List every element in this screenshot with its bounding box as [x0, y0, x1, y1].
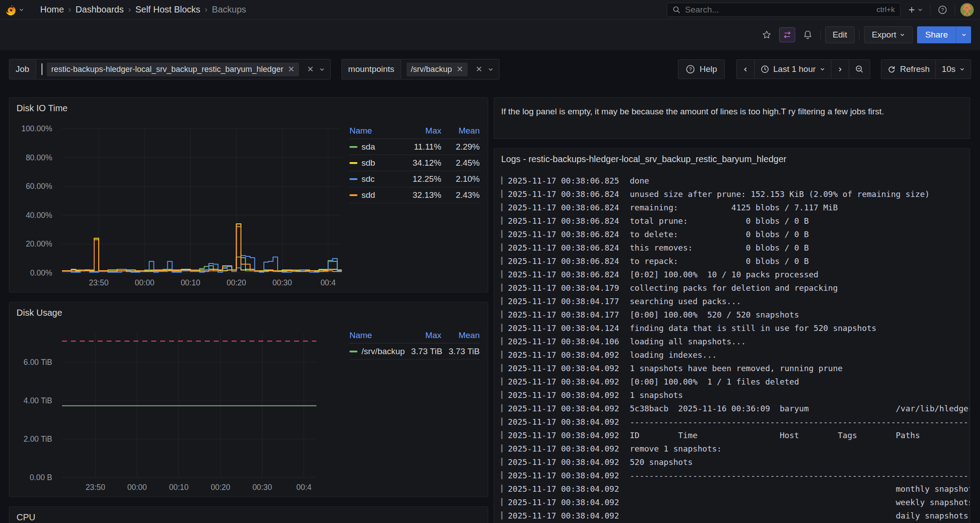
legend-header-row: NameMaxMean [349, 327, 480, 343]
search-input[interactable] [685, 5, 872, 15]
new-menu-button[interactable] [906, 4, 925, 16]
disk-io-legend: NameMaxMeansda11.11%2.29%sdb34.12%2.45%s… [349, 123, 480, 203]
log-row[interactable]: 2025-11-17 00:38:04.092[0:00] 100.00% 1 … [501, 375, 970, 388]
log-row[interactable]: 2025-11-17 00:38:06.824remaining: 4125 b… [501, 201, 970, 214]
log-message: total prune: 0 blobs / 0 B [630, 216, 809, 226]
legend-row[interactable]: sdb34.12%2.45% [349, 155, 480, 171]
legend-row[interactable]: sda11.11%2.29% [349, 139, 480, 155]
log-row[interactable]: 2025-11-17 00:38:04.124finding data that… [501, 321, 970, 335]
x-axis-label: 00:30 [253, 483, 272, 492]
log-row[interactable]: 2025-11-17 00:38:06.824unused size after… [501, 187, 970, 201]
log-row[interactable]: 2025-11-17 00:38:04.177[0:00] 100.00% 52… [501, 308, 970, 321]
log-row[interactable]: 2025-11-17 00:38:06.824to repack: 0 blob… [501, 254, 970, 268]
log-level-bar [501, 511, 502, 519]
log-row[interactable]: 2025-11-17 00:38:04.092520 snapshots [501, 455, 970, 469]
log-row[interactable]: 2025-11-17 00:38:04.092-----------------… [501, 415, 970, 428]
log-row[interactable]: 2025-11-17 00:38:06.824to delete: 0 blob… [501, 227, 970, 241]
share-menu-button[interactable] [956, 26, 971, 43]
legend-series-name[interactable]: /srv/backup [349, 347, 405, 356]
star-button[interactable] [759, 27, 775, 42]
svg-text:?: ? [941, 7, 944, 13]
help-menu-button[interactable]: ? [936, 3, 949, 17]
dashboard-toolbar: Edit Export Share [0, 20, 980, 50]
legend-series-name[interactable]: sdc [349, 174, 403, 184]
log-level-bar [501, 458, 502, 466]
alerts-button[interactable] [800, 27, 816, 42]
y-axis-label: 0.00% [30, 268, 52, 277]
log-row[interactable]: 2025-11-17 00:38:04.179collecting packs … [501, 281, 970, 294]
y-axis-label: 100.00% [21, 124, 52, 133]
log-timestamp: 2025-11-17 00:38:04.092 [508, 390, 619, 400]
grafana-logo-menu[interactable] [5, 4, 24, 16]
log-level-bar [501, 284, 502, 292]
breadcrumb-item-dashboards[interactable]: Dashboards [75, 4, 124, 15]
share-button[interactable]: Share [917, 26, 956, 43]
breadcrumb-separator-icon: › [128, 5, 131, 14]
log-message: monthly snapshots [630, 484, 970, 494]
legend-series-name[interactable]: sda [349, 142, 403, 152]
log-timestamp: 2025-11-17 00:38:04.092 [508, 404, 619, 413]
legend-header-name[interactable]: Name [349, 331, 403, 340]
legend-series-name[interactable]: sdd [349, 190, 403, 200]
log-row[interactable]: 2025-11-17 00:38:06.824this removes: 0 b… [501, 241, 970, 254]
x-axis-label: 00:30 [272, 278, 292, 287]
log-message: done [630, 176, 649, 185]
panel-title[interactable]: CPU [17, 512, 35, 523]
log-level-bar [501, 391, 502, 399]
nav-divider [930, 4, 930, 15]
nav-right: ctrl+k ? [667, 3, 974, 17]
search-box[interactable]: ctrl+k [667, 3, 901, 17]
legend-max-value: 32.13% [403, 190, 441, 200]
legend-header-mean[interactable]: Mean [441, 126, 480, 136]
log-message: finding data that is still in use for 52… [630, 323, 876, 333]
log-timestamp: 2025-11-17 00:38:04.092 [508, 457, 619, 467]
breadcrumb-item-self-host-blocks[interactable]: Self Host Blocks [135, 4, 200, 15]
log-row[interactable]: 2025-11-17 00:38:04.177searching used pa… [501, 294, 970, 308]
toolbar-divider [859, 29, 860, 40]
log-row[interactable]: 2025-11-17 00:38:04.106loading all snaps… [501, 335, 970, 348]
user-avatar[interactable] [960, 3, 974, 17]
legend-row[interactable]: /srv/backup3.73 TiB3.73 TiB [349, 343, 480, 360]
log-row[interactable]: 2025-11-17 00:38:04.092 daily snapshots [501, 509, 970, 522]
log-row[interactable]: 2025-11-17 00:38:04.092ID Time Host Tags… [501, 428, 970, 442]
legend-header-max[interactable]: Max [403, 126, 441, 136]
export-button[interactable]: Export [864, 26, 913, 43]
x-axis-label: 00:10 [181, 278, 200, 287]
log-row[interactable]: 2025-11-17 00:38:04.092-----------------… [501, 469, 970, 482]
public-dashboard-button[interactable] [779, 27, 795, 42]
log-row[interactable]: 2025-11-17 00:38:04.092 monthly snapshot… [501, 482, 970, 495]
log-row[interactable]: 2025-11-17 00:38:04.092remove 1 snapshot… [501, 442, 970, 455]
chevron-down-icon [918, 7, 923, 13]
breadcrumb-item-home[interactable]: Home [40, 4, 64, 15]
log-level-bar [501, 377, 502, 385]
legend-row[interactable]: sdd32.13%2.43% [349, 187, 480, 203]
log-message: this removes: 0 blobs / 0 B [630, 243, 809, 252]
log-level-bar [501, 364, 502, 372]
edit-button[interactable]: Edit [825, 26, 855, 43]
panel-title[interactable]: Logs - restic-backups-hledger-local_srv_… [501, 154, 786, 164]
help-icon: ? [938, 5, 947, 15]
y-axis-label: 40.00% [26, 211, 52, 220]
log-row[interactable]: 2025-11-17 00:38:04.092 weekly snapshots [501, 495, 970, 509]
log-timestamp: 2025-11-17 00:38:04.092 [508, 511, 619, 520]
log-row[interactable]: 2025-11-17 00:38:06.824total prune: 0 bl… [501, 214, 970, 227]
log-message: ----------------------------------------… [630, 471, 970, 480]
log-row[interactable]: 2025-11-17 00:38:04.0925c38bacb 2025-11-… [501, 402, 970, 415]
log-level-bar [501, 297, 502, 305]
legend-row[interactable]: sdc12.25%2.10% [349, 171, 480, 187]
y-axis-label: 60.00% [26, 182, 52, 191]
log-row[interactable]: 2025-11-17 00:38:06.825done [501, 174, 970, 187]
legend-header-max[interactable]: Max [403, 331, 441, 340]
breadcrumb-separator-icon: › [205, 5, 208, 14]
log-row[interactable]: 2025-11-17 00:38:04.092loading indexes..… [501, 348, 970, 361]
log-row[interactable]: 2025-11-17 00:38:04.0921 snapshots [501, 388, 970, 402]
share-button-label: Share [925, 30, 948, 40]
x-axis-label: 23:50 [89, 278, 108, 287]
log-row[interactable]: 2025-11-17 00:38:06.824[0:02] 100.00% 10… [501, 268, 970, 281]
log-level-bar [501, 418, 502, 426]
log-row[interactable]: 2025-11-17 00:38:04.0921 snapshots have … [501, 361, 970, 375]
x-axis-label: 00:20 [227, 278, 246, 287]
legend-series-name[interactable]: sdb [349, 158, 403, 168]
legend-header-name[interactable]: Name [349, 126, 403, 136]
legend-header-mean[interactable]: Mean [441, 331, 480, 340]
